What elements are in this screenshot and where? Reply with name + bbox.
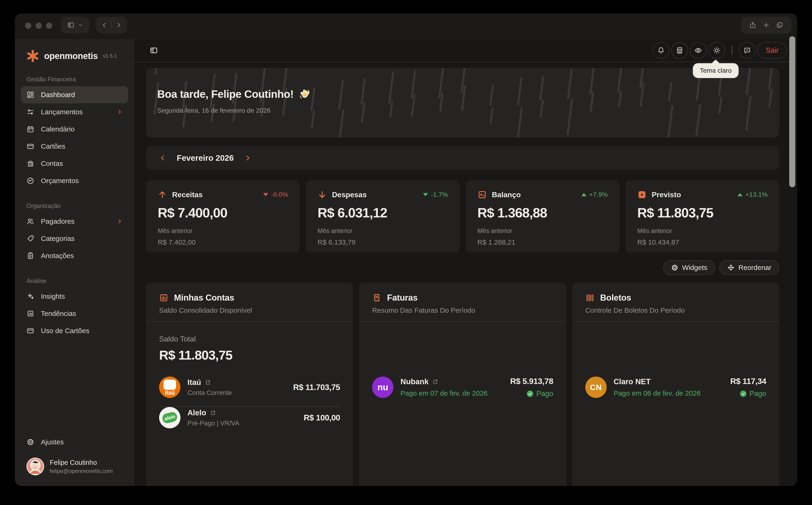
credit-card-icon — [26, 142, 34, 150]
invoice-paid-date: Pago em 07 de fev. de 2026 — [400, 389, 487, 397]
account-row-itau[interactable]: itaú Itaú — [159, 376, 340, 398]
forward-icon[interactable] — [115, 21, 123, 29]
stat-card-previsto[interactable]: Previsto +13.1% R$ 11.803,75 Mês anterio… — [626, 180, 779, 252]
logout-button[interactable]: Sair — [758, 42, 787, 59]
account-row-alelo[interactable]: alelo Alelo — [159, 407, 340, 428]
main-header: Sair — [134, 39, 797, 62]
minimize-window-button[interactable] — [35, 22, 42, 29]
chevron-right-icon — [117, 109, 123, 115]
bell-icon[interactable] — [653, 42, 669, 59]
stat-card-despesas[interactable]: Despesas -1.7% R$ 6.031,12 Mês anterior … — [306, 180, 459, 252]
bill-paid-date: Pago em 06 de fev. de 2026 — [614, 389, 701, 397]
stat-card-balanco[interactable]: Balanço +7.9% R$ 1.368,88 Mês anterior R… — [466, 180, 619, 252]
sidebar-item-label: Orçamentos — [41, 177, 79, 185]
app-logo: openmonetis v1.5.1 — [21, 47, 128, 63]
back-icon[interactable] — [100, 21, 108, 29]
sidebar-item-insights[interactable]: Insights — [21, 288, 128, 305]
stat-previous-label: Mês anterior — [318, 227, 448, 234]
scrollbar-thumb[interactable] — [789, 36, 795, 187]
app-name: openmonetis — [44, 51, 98, 61]
sidebar-item-lancamentos[interactable]: Lançamentos — [21, 103, 128, 121]
widget-subtitle: Resumo Das Faturas Do Período — [372, 306, 553, 314]
credit-card-icon — [26, 327, 34, 335]
bill-amount: R$ 117,34 — [730, 376, 766, 386]
sidebar-item-orcamentos[interactable]: Orçamentos — [21, 172, 128, 189]
sidebar-item-anotacoes[interactable]: Anotações — [21, 247, 128, 264]
total-value: R$ 11.803,75 — [159, 347, 340, 363]
widget-boletos: Boletos Controle De Boletos Do Período C… — [572, 283, 779, 486]
browser-history-nav — [96, 17, 127, 33]
total-label: Saldo Total — [159, 335, 340, 343]
stat-title: Balanço — [492, 190, 521, 199]
widgets-button[interactable]: Widgets — [663, 260, 715, 275]
triangle-up-icon — [738, 193, 743, 196]
new-tab-icon[interactable] — [763, 21, 770, 29]
eye-icon[interactable] — [690, 42, 706, 59]
calculator-icon[interactable] — [671, 42, 688, 59]
close-window-button[interactable] — [25, 22, 31, 29]
header-divider — [732, 46, 732, 55]
bill-list: CN Claro NET Pago em 06 de fev. de 2026 — [585, 376, 766, 398]
traffic-lights — [25, 22, 52, 29]
invoice-row-nubank[interactable]: nu Nubank — [372, 376, 553, 398]
diff-square-icon — [477, 190, 487, 199]
zoom-window-button[interactable] — [46, 22, 52, 29]
browser-sidebar-toggle[interactable] — [61, 17, 90, 33]
avatar — [26, 458, 44, 475]
stat-card-receitas[interactable]: Receitas -0.0% R$ 7.400,00 Mês anterior … — [146, 180, 299, 252]
account-amount: R$ 11.703,75 — [293, 382, 340, 392]
user-email: felipe@openmonetis.com — [50, 468, 113, 474]
sidebar-nav-analise: Insights Tendências Uso de Cartões — [21, 288, 128, 339]
stat-previous-value: R$ 6.133,79 — [318, 238, 448, 246]
account-list: itaú Itaú — [159, 376, 340, 428]
user-profile[interactable]: Felipe Coutinho felipe@openmonetis.com — [21, 451, 128, 475]
sidebar-item-cartoes[interactable]: Cartões — [21, 138, 128, 155]
widget-title: Minhas Contas — [174, 293, 234, 303]
stat-previous-label: Mês anterior — [637, 227, 768, 234]
invoice-list: nu Nubank — [372, 376, 553, 398]
stat-cards: Receitas -0.0% R$ 7.400,00 Mês anterior … — [146, 180, 779, 252]
greeting-text: Boa tarde, Felipe Coutinho! — [157, 88, 293, 100]
arrow-up-icon — [158, 190, 167, 199]
stat-value: R$ 11.803,75 — [637, 205, 768, 220]
external-link-icon[interactable] — [205, 379, 211, 385]
sidebar: openmonetis v1.5.1 Gestão Financeira Das… — [15, 39, 134, 486]
users-icon — [26, 217, 34, 225]
triangle-up-icon — [581, 193, 587, 196]
bill-row-claro-net[interactable]: CN Claro NET Pago em 06 de fev. de 2026 — [585, 376, 766, 398]
sidebar-item-label: Dashboard — [41, 91, 75, 99]
stat-value: R$ 1.368,88 — [477, 205, 608, 220]
sidebar-item-categorias[interactable]: Categorias — [21, 230, 128, 247]
sidebar-item-dashboard[interactable]: Dashboard — [21, 86, 128, 103]
previous-month-icon[interactable] — [159, 154, 167, 162]
stat-previous-label: Mês anterior — [158, 227, 288, 234]
share-icon[interactable] — [749, 21, 757, 29]
sidebar-item-tendencias[interactable]: Tendências — [21, 305, 128, 322]
stat-value: R$ 7.400,00 — [158, 205, 288, 220]
sparkles-icon — [26, 293, 34, 300]
tab-overview-icon[interactable] — [776, 21, 783, 29]
reorder-button[interactable]: Reordenar — [719, 260, 779, 275]
next-month-icon[interactable] — [244, 154, 252, 162]
sidebar-item-ajustes[interactable]: Ajustes — [21, 434, 128, 451]
sun-icon[interactable] — [708, 42, 725, 59]
greeting-date: Segunda-feira, 16 de fevereiro de 2026 — [157, 107, 779, 114]
external-link-icon[interactable] — [210, 410, 216, 416]
external-link-icon[interactable] — [432, 379, 438, 385]
sidebar-collapse-button[interactable] — [148, 44, 160, 56]
sidebar-item-label: Pagadores — [41, 217, 74, 225]
user-name: Felipe Coutinho — [50, 459, 113, 467]
note-icon — [26, 252, 34, 260]
sidebar-item-contas[interactable]: Contas — [21, 155, 128, 172]
sidebar-item-label: Ajustes — [41, 438, 64, 446]
stat-delta: -0.0% — [263, 191, 288, 198]
sidebar-item-calendario[interactable]: Calendário — [21, 121, 128, 138]
sidebar-item-pagadores[interactable]: Pagadores — [21, 213, 128, 230]
check-circle-icon — [740, 390, 747, 397]
sidebar-item-uso-de-cartoes[interactable]: Uso de Cartões — [21, 322, 128, 339]
stat-previous-value: R$ 7.402,00 — [158, 238, 288, 246]
sidebar-nav-organizacao: Pagadores Categorias Anotações — [21, 213, 128, 264]
month-selector: Fevereiro 2026 — [146, 146, 779, 170]
feedback-chat-icon[interactable] — [739, 42, 756, 59]
budget-circle-icon — [26, 177, 34, 185]
